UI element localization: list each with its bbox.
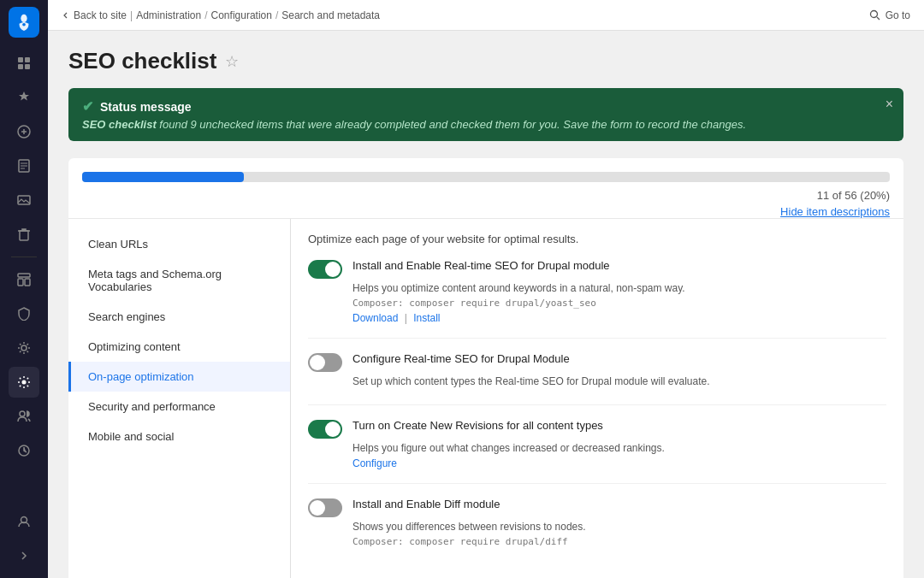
- nav-item-meta-tags[interactable]: Meta tags and Schema.org Vocabularies: [68, 259, 290, 302]
- breadcrumb-sep-3: /: [275, 9, 278, 21]
- item-1-label: Install and Enable Real-time SEO for Dru…: [352, 259, 610, 272]
- nav-item-optimizing-content[interactable]: Optimizing content: [68, 332, 290, 362]
- svg-point-14: [20, 411, 25, 416]
- sidebar-item-content[interactable]: [9, 150, 39, 181]
- sidebar-item-structure[interactable]: [9, 264, 39, 295]
- progress-bar-fill: [82, 172, 244, 182]
- sidebar-divider-1: [11, 257, 37, 257]
- svg-rect-5: [25, 64, 30, 69]
- breadcrumb-sep-1: |: [130, 9, 133, 21]
- item-1-download-link[interactable]: Download: [352, 312, 398, 324]
- sidebar-bottom: [9, 506, 39, 571]
- sidebar-logo[interactable]: [9, 7, 39, 38]
- svg-rect-3: [25, 57, 30, 62]
- nav-item-on-page-optimization[interactable]: On-page optimization: [68, 362, 290, 392]
- svg-rect-2: [18, 57, 23, 62]
- progress-bar-container: [82, 172, 890, 182]
- checklist-item-3: Turn on Create New Revisions for all con…: [308, 419, 886, 484]
- status-close-button[interactable]: ×: [886, 97, 893, 112]
- nav-item-clean-urls[interactable]: Clean URLs: [68, 229, 290, 259]
- item-3-links: Configure: [352, 457, 886, 469]
- hide-descriptions-button[interactable]: Hide item descriptions: [82, 205, 890, 218]
- page-content: SEO checklist ☆ ✔ Status message SEO che…: [48, 31, 924, 578]
- topnav: Back to site | Administration / Configur…: [48, 0, 924, 31]
- page-title-row: SEO checklist ☆: [68, 48, 903, 74]
- status-title: ✔ Status message: [82, 98, 890, 115]
- item-4-composer: Composer: composer require drupal/diff: [352, 536, 886, 547]
- item-1-links: Download | Install: [352, 312, 886, 324]
- svg-point-17: [870, 11, 877, 18]
- svg-point-13: [22, 380, 27, 385]
- status-message: ✔ Status message SEO checklist found 9 u…: [68, 88, 903, 141]
- svg-rect-10: [18, 279, 23, 286]
- svg-rect-11: [25, 279, 30, 286]
- toggle-item-3[interactable]: [308, 420, 342, 439]
- sidebar-item-collapse[interactable]: [9, 540, 39, 571]
- breadcrumb-admin[interactable]: Administration: [136, 9, 201, 21]
- checklist-layout: Clean URLs Meta tags and Schema.org Voca…: [68, 219, 903, 578]
- sidebar-item-people[interactable]: [9, 401, 39, 432]
- checklist-content: Optimize each page of your website for o…: [291, 219, 903, 578]
- item-1-composer: Composer: composer require drupal/yoast_…: [352, 298, 886, 309]
- item-3-configure-link[interactable]: Configure: [352, 457, 397, 469]
- svg-point-0: [21, 15, 27, 22]
- sidebar-item-shield[interactable]: [9, 298, 39, 329]
- content-intro: Optimize each page of your website for o…: [308, 233, 886, 245]
- breadcrumb: Back to site | Administration / Configur…: [62, 9, 380, 21]
- sidebar-item-grid[interactable]: [9, 48, 39, 79]
- item-4-label: Install and Enable Diff module: [352, 498, 500, 510]
- status-body: SEO checklist found 9 unchecked items th…: [82, 118, 890, 131]
- breadcrumb-sep-2: /: [204, 9, 207, 21]
- breadcrumb-config[interactable]: Configuration: [211, 9, 272, 21]
- progress-wrapper: 11 of 56 (20%) Hide item descriptions: [68, 158, 903, 219]
- sidebar-item-extend[interactable]: [9, 333, 39, 363]
- sidebar-item-config[interactable]: [9, 367, 39, 398]
- breadcrumb-current: Search and metadata: [281, 9, 380, 21]
- main-area: Back to site | Administration / Configur…: [48, 0, 924, 578]
- checklist-item-2: Configure Real-time SEO for Drupal Modul…: [308, 352, 886, 405]
- page-title: SEO checklist: [68, 48, 216, 74]
- svg-point-1: [22, 23, 26, 27]
- svg-rect-8: [18, 196, 30, 204]
- item-1-install-link[interactable]: Install: [413, 312, 440, 324]
- sidebar-item-reports[interactable]: [9, 435, 39, 466]
- toggle-item-2[interactable]: [308, 353, 342, 372]
- sidebar-item-create[interactable]: [9, 116, 39, 147]
- svg-rect-9: [18, 274, 30, 277]
- sidebar-item-account[interactable]: [9, 506, 39, 537]
- sidebar-item-trash[interactable]: [9, 219, 39, 250]
- progress-stats: 11 of 56 (20%): [82, 189, 890, 202]
- item-2-desc: Set up which content types the Real-time…: [352, 375, 886, 387]
- favorite-star-icon[interactable]: ☆: [225, 52, 239, 71]
- nav-item-search-engines[interactable]: Search engines: [68, 302, 290, 332]
- svg-point-12: [21, 345, 27, 351]
- checklist-nav: Clean URLs Meta tags and Schema.org Voca…: [68, 219, 291, 578]
- item-3-label: Turn on Create New Revisions for all con…: [352, 419, 603, 432]
- svg-rect-4: [18, 64, 23, 69]
- toggle-item-1[interactable]: [308, 260, 342, 279]
- item-3-desc: Helps you figure out what changes increa…: [352, 442, 886, 454]
- item-1-link-sep: |: [405, 312, 407, 324]
- sidebar-item-star[interactable]: [9, 82, 39, 113]
- checklist-item-1: Install and Enable Real-time SEO for Dru…: [308, 259, 886, 339]
- sidebar-item-media[interactable]: [9, 185, 39, 215]
- item-1-desc: Helps you optimize content around keywor…: [352, 282, 886, 294]
- back-to-site-link[interactable]: Back to site: [62, 9, 127, 21]
- item-2-label: Configure Real-time SEO for Drupal Modul…: [352, 352, 570, 365]
- check-circle-icon: ✔: [82, 98, 93, 115]
- sidebar: [0, 0, 48, 578]
- nav-item-security-performance[interactable]: Security and performance: [68, 392, 290, 422]
- checklist-item-4: Install and Enable Diff module Shows you…: [308, 498, 886, 564]
- toggle-item-4[interactable]: [308, 498, 342, 517]
- goto-button[interactable]: Go to: [869, 9, 910, 21]
- nav-item-mobile-social[interactable]: Mobile and social: [68, 422, 290, 451]
- item-4-desc: Shows you differences between revisions …: [352, 521, 886, 533]
- checklist-wrapper: 11 of 56 (20%) Hide item descriptions Cl…: [68, 158, 903, 578]
